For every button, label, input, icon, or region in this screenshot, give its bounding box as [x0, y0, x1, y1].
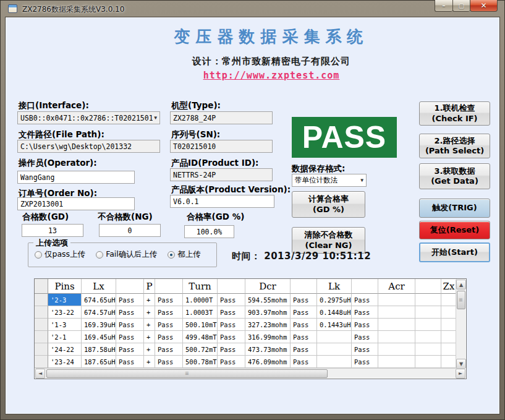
reset-button[interactable]: 复位(Reset) — [419, 221, 490, 239]
vertical-scroll-thumb[interactable] — [457, 291, 465, 309]
table-cell[interactable]: Pass — [291, 331, 317, 343]
table-cell[interactable]: Pass — [116, 294, 144, 306]
check-if-button[interactable]: 1.联机检查 (Check IF) — [419, 101, 490, 126]
product-id-field[interactable]: NETTRS-24P — [170, 168, 273, 181]
radio-option-2[interactable]: 都上传 — [168, 249, 201, 260]
scroll-down-icon[interactable]: ▼ — [456, 359, 466, 369]
gd-rate-field[interactable]: 100.0% — [184, 225, 234, 238]
table-cell[interactable]: + — [144, 331, 155, 343]
table-cell[interactable]: Pass — [291, 343, 317, 356]
title-bar[interactable]: ZX2786数据采集系统V3.0.10 – ▢ ✕ — [0, 0, 505, 17]
table-cell[interactable]: Pass — [352, 331, 378, 343]
table-cell[interactable]: Pass — [352, 294, 378, 306]
table-cell[interactable] — [415, 343, 441, 356]
table-cell[interactable]: Pass — [155, 294, 183, 306]
table-cell[interactable]: Pass — [116, 319, 144, 331]
column-header[interactable] — [155, 279, 183, 294]
table-cell[interactable]: Pass — [218, 343, 245, 356]
table-cell[interactable]: 169.45uH — [82, 331, 116, 343]
column-header[interactable]: Dcr — [245, 279, 291, 294]
trig-button[interactable]: 触发(TRIG) — [419, 199, 490, 218]
table-cell[interactable] — [415, 331, 441, 343]
table-cell[interactable]: Pass — [218, 319, 245, 331]
path-select-button[interactable]: 2.路径选择 (Path Select) — [419, 134, 490, 158]
table-cell[interactable]: '23-24 — [48, 356, 82, 368]
table-row[interactable]: '24-22187.58uHPass+Pass500.72mTPass473.7… — [35, 343, 466, 356]
table-cell[interactable]: Pass — [218, 294, 245, 306]
table-cell[interactable]: 473.73mohm — [245, 343, 291, 356]
table-cell[interactable]: Pass — [155, 343, 183, 356]
table-cell[interactable]: 476.09mohm — [245, 356, 291, 368]
table-cell[interactable]: 1.0003T — [183, 306, 218, 319]
interface-select[interactable]: USB0::0x0471::0x2786::T020215010::: ▼ — [17, 111, 160, 124]
table-cell[interactable]: 187.65uH — [82, 356, 116, 368]
table-cell[interactable] — [441, 294, 457, 306]
table-cell[interactable] — [317, 343, 352, 356]
table-cell[interactable] — [441, 331, 457, 343]
table-row[interactable]: '23-22674.57uHPass+Pass1.0003TPass903.97… — [35, 306, 466, 319]
table-cell[interactable]: Pass — [291, 306, 317, 319]
column-header[interactable]: Acr — [378, 279, 415, 294]
table-cell[interactable]: + — [144, 306, 155, 319]
table-cell[interactable]: 500.78mT — [183, 356, 218, 368]
table-cell[interactable]: Pass — [116, 306, 144, 319]
table-cell[interactable] — [378, 343, 415, 356]
type-field[interactable]: ZX2788_24P — [170, 111, 273, 124]
table-cell[interactable] — [415, 306, 441, 319]
file-path-field[interactable]: C:\Users\wg\Desktop\201332 — [17, 140, 160, 153]
vertical-scrollbar[interactable]: ▲ ▼ — [456, 280, 465, 369]
table-cell[interactable]: 674.65uH — [82, 294, 116, 306]
table-row[interactable]: '2-3674.65uHPass+Pass1.0000TPass594.55mo… — [35, 294, 466, 306]
table-cell[interactable] — [441, 356, 457, 368]
website-link[interactable]: http://www.zxptest.com — [43, 70, 500, 81]
clear-ng-button[interactable]: 清除不合格数 (Clear NG) — [292, 227, 365, 254]
table-cell[interactable]: 0.1448uH — [317, 306, 352, 319]
table-cell[interactable]: 1.0000T — [183, 294, 218, 306]
table-cell[interactable]: + — [144, 343, 155, 356]
table-cell[interactable]: + — [144, 294, 155, 306]
row-selector[interactable] — [35, 356, 48, 368]
table-cell[interactable]: Pass — [352, 343, 378, 356]
table-cell[interactable]: 594.55mohm — [245, 294, 291, 306]
table-cell[interactable]: 0.1443uH — [317, 319, 352, 331]
table-cell[interactable] — [317, 356, 352, 368]
scroll-right-icon[interactable]: ► — [456, 369, 465, 379]
scroll-left-icon[interactable]: ◄ — [35, 369, 45, 379]
table-cell[interactable]: Pass — [291, 356, 317, 368]
horizontal-scrollbar[interactable]: ◄ ► — [35, 368, 465, 378]
row-selector[interactable] — [35, 306, 48, 319]
column-header[interactable] — [415, 279, 441, 294]
table-cell[interactable]: 327.23mohm — [245, 319, 291, 331]
maximize-button[interactable]: ▢ — [452, 0, 470, 12]
close-button[interactable]: ✕ — [470, 0, 498, 12]
row-selector[interactable] — [35, 343, 48, 356]
table-cell[interactable]: 187.58uH — [82, 343, 116, 356]
table-cell[interactable]: 499.48mT — [183, 331, 218, 343]
table-cell[interactable] — [415, 356, 441, 368]
table-cell[interactable]: 169.39uH — [82, 319, 116, 331]
table-row[interactable]: '23-24187.65uHPass+Pass500.78mTPass476.0… — [35, 356, 466, 368]
column-header[interactable] — [35, 279, 48, 294]
column-header[interactable] — [218, 279, 245, 294]
table-row[interactable]: '2-1169.45uHPass+Pass499.48mTPass316.99m… — [35, 331, 466, 343]
table-cell[interactable] — [378, 319, 415, 331]
table-cell[interactable]: Pass — [291, 319, 317, 331]
get-data-button[interactable]: 3.获取数据 (Get Data) — [419, 163, 490, 189]
calc-rate-button[interactable]: 计算合格率 (GD %) — [292, 191, 365, 218]
table-cell[interactable]: 316.99mohm — [245, 331, 291, 343]
scroll-up-icon[interactable]: ▲ — [456, 280, 466, 289]
ng-count-field[interactable]: 0 — [99, 224, 161, 237]
table-cell[interactable] — [415, 294, 441, 306]
table-cell[interactable]: Pass — [155, 319, 183, 331]
row-selector[interactable] — [35, 319, 48, 331]
table-cell[interactable]: Pass — [352, 306, 378, 319]
horizontal-scroll-thumb[interactable] — [46, 369, 328, 378]
column-header[interactable] — [352, 279, 378, 294]
order-no-field[interactable]: ZXP2013001 — [17, 197, 135, 210]
table-cell[interactable] — [317, 331, 352, 343]
gd-count-field[interactable]: 13 — [22, 224, 83, 237]
table-cell[interactable] — [378, 356, 415, 368]
sn-field[interactable]: T020215010 — [170, 140, 273, 153]
table-cell[interactable]: '2-3 — [48, 294, 82, 306]
minimize-button[interactable]: – — [435, 0, 452, 12]
